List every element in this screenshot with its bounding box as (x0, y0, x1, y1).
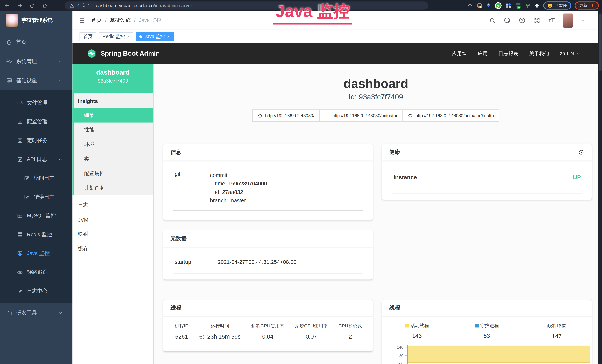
app-title: 芋道管理系统 (22, 17, 53, 24)
browser-reload-icon[interactable] (30, 3, 35, 8)
sidebar-collapse-icon[interactable] (79, 17, 85, 23)
toolbox-icon (6, 310, 12, 316)
sidebar-item-首页[interactable]: 首页 (0, 33, 73, 52)
ext-y-icon[interactable]: y (494, 2, 502, 9)
card-process: 进程 进程ID5261运行时间6d 23h 15m 59s进程CPU使用率0.0… (163, 300, 373, 351)
ext-on-switch-icon[interactable]: on (515, 2, 521, 9)
sba-instance-header[interactable]: dashboard 93a3fc7f7409 (73, 64, 153, 93)
svg-text:on: on (518, 6, 520, 8)
sidebar-item-访问日志[interactable]: 访问日志 (0, 169, 73, 187)
health-status-badge: UP (573, 174, 581, 181)
metric-value: 6d 23h 15m 59s (199, 333, 241, 340)
sba-nav-应用[interactable]: 应用 (478, 50, 488, 57)
instance-link-heartbeat[interactable]: http://192.168.0.2:48080/actuator/health (402, 109, 499, 122)
ext-pin-icon[interactable] (486, 3, 491, 8)
tab-Java 监控[interactable]: Java 监控× (136, 32, 173, 41)
breadcrumb-current: Java 监控 (139, 17, 162, 24)
sba-menu-性能[interactable]: 性能 (74, 123, 153, 137)
info-value-line: branch: master (210, 196, 267, 205)
ext-colorzilla-icon[interactable]: 1 (476, 2, 483, 9)
sidebar-item-MySQL 监控[interactable]: MySQL 监控 (0, 206, 73, 225)
sidebar-item-系统管理[interactable]: 系统管理 (0, 52, 73, 71)
browser-home-icon[interactable] (42, 3, 48, 8)
sidebar-item-链路追踪[interactable]: 链路追踪 (0, 263, 73, 281)
sidebar-item-配置管理[interactable]: 配置管理 (0, 112, 73, 131)
sidebar-item-错误日志[interactable]: 错误日志 (0, 187, 73, 206)
close-icon[interactable]: × (167, 34, 170, 39)
instance-link-wrench[interactable]: http://192.168.0.2:48080/actuator (319, 109, 403, 122)
address-bar[interactable]: 不安全 dashboard.yudao.iocoder.cn/infra/adm… (64, 1, 428, 10)
user-caret-down-icon[interactable] (581, 18, 585, 22)
breadcrumb-home[interactable]: 首页 (91, 17, 102, 24)
ext-puzzle-icon[interactable] (534, 3, 540, 8)
history-icon[interactable] (578, 149, 584, 155)
sba-menu-类[interactable]: 类 (74, 152, 153, 166)
metric-value: 5261 (175, 333, 189, 340)
app-logo-row[interactable]: 芋道管理系统 (0, 11, 73, 30)
user-avatar[interactable] (563, 13, 573, 27)
sba-menu-缓存[interactable]: 缓存 (73, 242, 153, 256)
app-sidebar: 芋道管理系统 首页系统管理基础设施文件管理配置管理定时任务API 日志访问日志错… (0, 11, 73, 364)
redis-icon (17, 231, 23, 237)
page-scrollbar[interactable] (598, 11, 602, 364)
trace-icon (17, 269, 23, 275)
sba-menu-group-label: Insights (74, 93, 153, 108)
tab-label: 首页 (83, 33, 93, 40)
sba-menu-计划任务[interactable]: 计划任务 (74, 181, 153, 195)
sidebar-item-Redis 监控[interactable]: Redis 监控 (0, 225, 73, 244)
tab-Redis 监控[interactable]: Redis 监控× (99, 32, 133, 41)
card-threads-title: 线程 (382, 300, 592, 316)
sba-menu-映射[interactable]: 映射 (73, 227, 153, 242)
sidebar-item-label: 访问日志 (34, 174, 54, 181)
log-icon (24, 194, 30, 200)
sba-brand[interactable]: Spring Boot Admin (86, 48, 160, 59)
health-instance-label[interactable]: Instance (394, 174, 417, 181)
svg-text:1: 1 (480, 6, 481, 8)
sidebar-item-日志中心[interactable]: 日志中心 (0, 281, 73, 300)
sidebar-item-API 日志[interactable]: API 日志 (0, 150, 73, 169)
github-icon[interactable] (504, 17, 511, 24)
chevron-up-icon (58, 157, 63, 161)
sidebar-item-研发工具[interactable]: 研发工具 (0, 303, 73, 323)
sidebar-item-基础设施[interactable]: 基础设施 (0, 71, 73, 90)
fullscreen-icon[interactable] (534, 17, 540, 23)
sidebar-item-label: API 日志 (27, 156, 47, 163)
sidebar-item-定时任务[interactable]: 定时任务 (0, 131, 73, 150)
close-icon[interactable]: × (127, 34, 129, 39)
sba-nav-日志报表[interactable]: 日志报表 (498, 50, 518, 57)
search-icon[interactable] (489, 17, 496, 23)
sba-menu-JVM[interactable]: JVM (73, 212, 153, 227)
help-icon[interactable] (519, 17, 526, 24)
legend-value: 143 (382, 332, 452, 339)
sba-menu-日志[interactable]: 日志 (73, 198, 153, 212)
sba-nav-应用墙[interactable]: 应用墙 (452, 50, 467, 57)
chart-ytick: 140 (382, 345, 403, 350)
sba-sidebar: dashboard 93a3fc7f7409 Insights 细节性能环境类配… (73, 64, 153, 364)
sba-language-select[interactable]: zh-CN (560, 51, 580, 56)
paused-label: 已暂停 (554, 3, 567, 8)
info-value-line: id: 27aa832 (210, 188, 267, 196)
sba-nav-关于我们[interactable]: 关于我们 (529, 50, 549, 57)
page-scrollbar-thumb[interactable] (599, 13, 602, 71)
browser-forward-icon[interactable] (17, 3, 23, 8)
sidebar-item-label: Redis 监控 (27, 231, 52, 238)
sidebar-item-Java 监控[interactable]: Java 监控 (0, 244, 73, 263)
sidebar-item-文件管理[interactable]: 文件管理 (0, 93, 73, 112)
bookmark-star-icon[interactable] (467, 3, 473, 8)
browser-update-button[interactable]: 更新 ⋮ (575, 1, 599, 10)
tab-首页[interactable]: 首页 (80, 32, 97, 41)
breadcrumb-infra[interactable]: 基础设施 (110, 17, 131, 24)
app-logo-avatar (6, 14, 18, 27)
sba-menu-配置属性[interactable]: 配置属性 (74, 166, 153, 181)
cloud-icon (17, 100, 23, 106)
metric-label: 运行时间 (199, 323, 241, 330)
browser-menu-kebab-icon[interactable]: ⋮ (590, 3, 595, 8)
ext-sprout-icon[interactable] (525, 2, 531, 9)
ext-grid-icon[interactable] (505, 2, 511, 9)
security-label: 不安全 (77, 3, 90, 8)
profiler-paused-pill[interactable]: 已暂停 (543, 1, 571, 10)
browser-back-icon[interactable] (4, 3, 10, 8)
instance-link-home[interactable]: http://192.168.0.2:48080/ (252, 109, 320, 122)
sba-menu-环境[interactable]: 环境 (74, 137, 153, 152)
sba-menu-细节[interactable]: 细节 (73, 108, 153, 123)
